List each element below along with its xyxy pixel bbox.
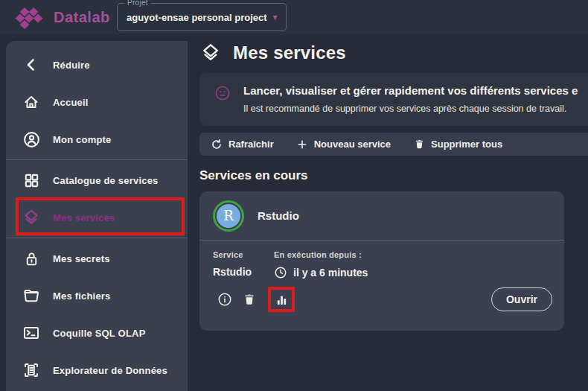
folder-icon xyxy=(22,286,41,305)
open-button[interactable]: Ouvrir xyxy=(491,287,552,311)
sidebar-divider xyxy=(6,238,188,238)
page-title-text: Mes services xyxy=(233,42,346,63)
delete-all-label: Supprimer tous xyxy=(431,139,502,150)
sidebar-item-label: Accueil xyxy=(53,97,89,108)
sidebar-item-reduire[interactable]: Réduire xyxy=(6,46,188,83)
sidebar-item-label: Mon compte xyxy=(53,134,112,145)
sidebar: Réduire Accueil Mon compte Catalogue de … xyxy=(6,41,188,391)
smiley-icon xyxy=(214,85,231,101)
sidebar-item-label: Mes secrets xyxy=(53,253,110,264)
service-card-details: Service Rstudio En exécution depuis : il… xyxy=(199,241,564,279)
sidebar-item-mes-services[interactable]: Mes services xyxy=(6,199,188,236)
services-layers-icon xyxy=(22,208,41,227)
banner-subtext: Il est recommandé de supprimer vos servi… xyxy=(243,104,578,114)
datalab-app: Datalab Projet aguyot-ensae personal pro… xyxy=(0,0,588,391)
service-card-header: R Rstudio xyxy=(199,191,564,240)
services-toolbar: Rafraîchir Nouveau service Supprimer tou… xyxy=(199,133,588,156)
sidebar-item-label: Coquille SQL OLAP xyxy=(53,328,146,339)
running-since-field: En exécution depuis : il y a 6 minutes xyxy=(274,250,368,279)
service-card-rstudio: R Rstudio Service Rstudio En exécution d… xyxy=(199,191,564,331)
sidebar-item-mes-secrets[interactable]: Mes secrets xyxy=(6,240,188,277)
brand[interactable]: Datalab xyxy=(13,6,110,29)
service-field-label: Service xyxy=(213,250,274,259)
sidebar-item-label: Explorateur de Données xyxy=(53,365,167,376)
clock-icon xyxy=(274,266,287,279)
data-explorer-icon xyxy=(22,360,41,380)
trash-icon[interactable] xyxy=(242,292,257,307)
annotation-box-chart-icon xyxy=(268,287,295,312)
info-banner: Lancer, visualiser et gérer rapidement v… xyxy=(199,73,588,126)
catalog-grid-icon xyxy=(22,171,41,190)
rstudio-logo: R xyxy=(213,200,244,232)
refresh-button[interactable]: Rafraîchir xyxy=(211,139,274,150)
section-heading: Services en cours xyxy=(199,168,308,183)
trash-icon xyxy=(413,139,425,150)
service-name: Rstudio xyxy=(258,209,299,222)
banner-headline: Lancer, visualiser et gérer rapidement v… xyxy=(243,84,578,97)
sidebar-item-catalogue[interactable]: Catalogue de services xyxy=(6,162,188,199)
project-selector-value: aguyot-ensae personal project xyxy=(127,12,267,23)
rstudio-logo-letter: R xyxy=(217,204,240,228)
sidebar-item-mon-compte[interactable]: Mon compte xyxy=(6,121,188,158)
page-title: Mes services xyxy=(199,42,346,64)
sidebar-item-label: Mes fichiers xyxy=(53,290,111,302)
sidebar-item-mes-fichiers[interactable]: Mes fichiers xyxy=(6,277,188,314)
account-icon xyxy=(22,130,41,149)
service-card-actions: Ouvrir xyxy=(199,279,564,312)
plus-icon xyxy=(296,139,308,150)
terminal-icon xyxy=(22,323,41,343)
project-selector-label: Projet xyxy=(124,0,151,7)
chart-icon[interactable] xyxy=(275,293,288,306)
new-service-label: Nouveau service xyxy=(314,139,391,150)
service-field-value: Rstudio xyxy=(213,266,274,278)
chevron-left-icon xyxy=(22,55,41,74)
brand-name: Datalab xyxy=(54,9,110,26)
banner-text: Lancer, visualiser et gérer rapidement v… xyxy=(243,84,578,126)
sidebar-item-label: Catalogue de services xyxy=(53,175,159,186)
sidebar-item-explorateur[interactable]: Explorateur de Données xyxy=(6,352,188,389)
sidebar-item-label: Réduire xyxy=(53,60,90,71)
project-selector[interactable]: Projet aguyot-ensae personal project ▾ xyxy=(117,3,287,31)
running-since-text: il y a 6 minutes xyxy=(293,267,368,279)
delete-all-button[interactable]: Supprimer tous xyxy=(413,139,502,150)
refresh-label: Rafraîchir xyxy=(229,139,274,150)
sidebar-divider xyxy=(6,159,188,160)
running-since-label: En exécution depuis : xyxy=(274,250,368,259)
sidebar-item-accueil[interactable]: Accueil xyxy=(6,83,188,121)
home-icon xyxy=(22,92,41,112)
info-icon[interactable] xyxy=(217,292,232,307)
topbar: Datalab Projet aguyot-ensae personal pro… xyxy=(0,0,588,34)
service-field: Service Rstudio xyxy=(213,250,274,279)
chevron-down-icon: ▾ xyxy=(273,13,278,22)
sidebar-item-coquille-sql[interactable]: Coquille SQL OLAP xyxy=(6,314,188,352)
lock-icon xyxy=(22,249,41,268)
services-layers-icon xyxy=(199,42,222,64)
datalab-logo-icon xyxy=(13,6,43,29)
sidebar-item-label: Mes services xyxy=(53,212,115,223)
refresh-icon xyxy=(211,139,223,150)
new-service-button[interactable]: Nouveau service xyxy=(296,139,391,150)
running-since-value: il y a 6 minutes xyxy=(274,266,368,279)
